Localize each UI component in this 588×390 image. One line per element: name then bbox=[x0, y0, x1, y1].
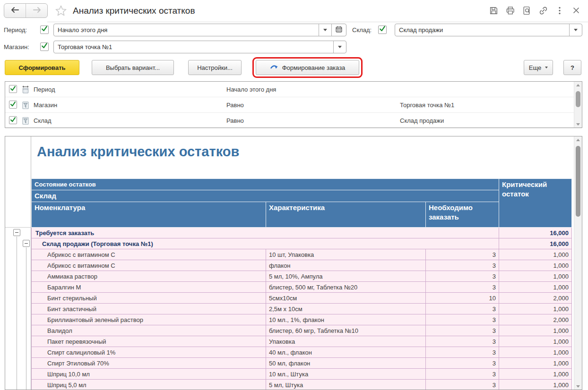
filter-row-checkbox[interactable] bbox=[9, 85, 17, 93]
period-calendar-button[interactable] bbox=[331, 24, 346, 36]
cell-critical: 1,000 bbox=[499, 325, 572, 336]
cell-critical: 1,000 bbox=[499, 347, 572, 358]
more-button[interactable]: Еще bbox=[524, 60, 553, 75]
period-checkbox[interactable] bbox=[40, 25, 49, 34]
filter-row-warehouse[interactable]: Склад Равно Склад продажи bbox=[5, 113, 582, 128]
filter-list-scrollbar[interactable] bbox=[574, 82, 582, 127]
header-state: Состояние остатков bbox=[32, 179, 499, 190]
filter-row-name: Магазин bbox=[34, 97, 57, 113]
report-row[interactable]: Баралгин М блистер, 500 мг, Таблетка №20… bbox=[32, 282, 572, 293]
warehouse-combo-value: Склад продажи bbox=[399, 24, 568, 36]
help-button[interactable]: ? bbox=[563, 60, 581, 75]
cell-need: 3 bbox=[426, 260, 499, 271]
choose-variant-button[interactable]: Выбрать вариант... bbox=[92, 60, 174, 75]
report-row[interactable]: Бриллиантовый зеленый раствор 10 мл., 1%… bbox=[32, 314, 572, 325]
link-icon[interactable] bbox=[538, 5, 548, 16]
settings-button[interactable]: Настройки... bbox=[188, 60, 242, 75]
scrollbar-thumb[interactable] bbox=[576, 146, 580, 217]
group-row-1[interactable]: Требуется заказать 16,000 bbox=[32, 228, 572, 238]
forward-button[interactable] bbox=[26, 4, 47, 17]
store-combo-value: Торговая точка №1 bbox=[58, 41, 332, 53]
period-calendar-icon bbox=[21, 85, 30, 96]
report-row[interactable]: Бинт эластичный 2,5м х 10см 3 1,000 bbox=[32, 304, 572, 314]
period-dropdown-button[interactable] bbox=[319, 24, 331, 36]
cell-characteristic: 10 мл., Штука bbox=[266, 369, 426, 380]
cell-need: 3 bbox=[426, 325, 499, 336]
cell-need: 3 bbox=[426, 369, 499, 380]
cell-critical: 2,000 bbox=[499, 314, 572, 325]
filter-row-checkbox[interactable] bbox=[9, 116, 17, 124]
order-generation-button[interactable]: Формирование заказа bbox=[256, 60, 359, 75]
curved-arrow-icon bbox=[270, 64, 278, 72]
warehouse-checkbox[interactable] bbox=[378, 25, 387, 34]
forward-icon bbox=[32, 7, 42, 15]
period-combo-value: Начало этого дня bbox=[58, 24, 318, 36]
filter-row-checkbox[interactable] bbox=[9, 101, 17, 109]
period-combo[interactable]: Начало этого дня bbox=[53, 24, 346, 36]
filter-row-condition: Равно bbox=[226, 97, 244, 113]
group-critical-value: 16,000 bbox=[499, 238, 572, 249]
cell-critical: 1,000 bbox=[499, 304, 572, 314]
group-label: Требуется заказать bbox=[32, 228, 499, 238]
report-row[interactable]: Шприц 10,0 мл 10 мл., Штука 3 1,000 bbox=[32, 369, 572, 380]
back-icon bbox=[10, 7, 20, 15]
check-icon bbox=[10, 85, 16, 93]
report-row[interactable]: Пакет перевязочный Упаковка 3 1,000 bbox=[32, 336, 572, 347]
help-button-label: ? bbox=[571, 64, 574, 71]
cell-need: 3 bbox=[426, 282, 499, 293]
cell-nomenclature: Бинт стерильный bbox=[32, 293, 266, 304]
cell-need: 3 bbox=[426, 336, 499, 347]
group-row-2[interactable]: Склад продажи (Торговая точка №1) 16,000 bbox=[32, 238, 572, 249]
calendar-icon bbox=[335, 25, 343, 35]
report-row[interactable]: Бинт стерильный 5смх10см 10 2,000 bbox=[32, 293, 572, 304]
report-scrollbar[interactable] bbox=[574, 136, 582, 390]
print-preview-icon[interactable] bbox=[521, 5, 532, 16]
cell-need: 3 bbox=[426, 358, 499, 369]
page-title: Анализ критических остатков bbox=[73, 6, 195, 16]
group-collapse-toggle-2[interactable] bbox=[23, 240, 30, 247]
filter-row-name: Склад bbox=[34, 113, 52, 128]
report-row[interactable]: Спирт Этиловый 70% 50 мл, флакон 3 1,000 bbox=[32, 358, 572, 369]
cell-characteristic: 40 мл., флакон bbox=[266, 347, 426, 358]
group-collapse-toggle-1[interactable] bbox=[13, 229, 20, 236]
scroll-down-icon[interactable] bbox=[574, 121, 582, 127]
warehouse-label: Склад: bbox=[352, 24, 372, 36]
report-row[interactable]: Аммиака раствор 5 мл, 10%, Ампула 3 1,00… bbox=[32, 271, 572, 282]
cell-nomenclature: Шприц 10,0 мл bbox=[32, 369, 266, 380]
close-icon[interactable] bbox=[571, 5, 581, 16]
save-icon[interactable] bbox=[488, 5, 499, 16]
report-row[interactable]: Шприц 5,0 мл 5 мл, Штука 3 1,000 bbox=[32, 380, 572, 390]
cell-critical: 2,000 bbox=[499, 293, 572, 304]
cell-characteristic: блистер, 500 мг, Таблетка №20 bbox=[266, 282, 426, 293]
filter-row-period[interactable]: Период Начало этого дня bbox=[5, 82, 582, 97]
more-kebab-icon[interactable] bbox=[554, 5, 565, 16]
report-row[interactable]: Абрикос с витамином С флакон 3 1,000 bbox=[32, 260, 572, 271]
cell-need: 3 bbox=[426, 271, 499, 282]
warehouse-combo[interactable]: Склад продажи bbox=[395, 24, 582, 36]
scroll-up-icon[interactable] bbox=[574, 82, 582, 88]
cell-critical: 1,000 bbox=[499, 336, 572, 347]
report-row[interactable]: Абрикос с витамином С 10 шт, Упаковка 3 … bbox=[32, 249, 572, 260]
scrollbar-thumb[interactable] bbox=[576, 91, 580, 107]
store-label: Магазин: bbox=[4, 41, 29, 53]
cell-need: 3 bbox=[426, 347, 499, 358]
store-combo[interactable]: Торговая точка №1 bbox=[53, 41, 346, 53]
scroll-down-icon[interactable] bbox=[574, 383, 582, 390]
group-label: Склад продажи (Торговая точка №1) bbox=[32, 238, 499, 249]
report-row[interactable]: Спирт салициловый 1% 40 мл., флакон 3 1,… bbox=[32, 347, 572, 358]
cell-need: 3 bbox=[426, 304, 499, 314]
warehouse-dropdown-button[interactable] bbox=[569, 24, 582, 36]
app-window: Анализ критических остатков Период: Нача… bbox=[0, 0, 588, 390]
cell-characteristic: 2,5м х 10см bbox=[266, 304, 426, 314]
generate-button[interactable]: Сформировать bbox=[5, 60, 79, 75]
filter-row-store[interactable]: Магазин Равно Торговая точка №1 bbox=[5, 97, 582, 113]
favorite-star-icon[interactable] bbox=[54, 4, 68, 19]
scroll-up-icon[interactable] bbox=[574, 136, 582, 143]
cell-nomenclature: Бинт эластичный bbox=[32, 304, 266, 314]
cell-characteristic: 50 мл, флакон bbox=[266, 358, 426, 369]
report-row[interactable]: Валидол блистер, 60 мгр, Таблетка №10 3 … bbox=[32, 325, 572, 336]
print-icon[interactable] bbox=[505, 5, 515, 16]
back-button[interactable] bbox=[4, 4, 26, 17]
store-checkbox[interactable] bbox=[40, 42, 49, 51]
store-dropdown-button[interactable] bbox=[333, 41, 346, 53]
